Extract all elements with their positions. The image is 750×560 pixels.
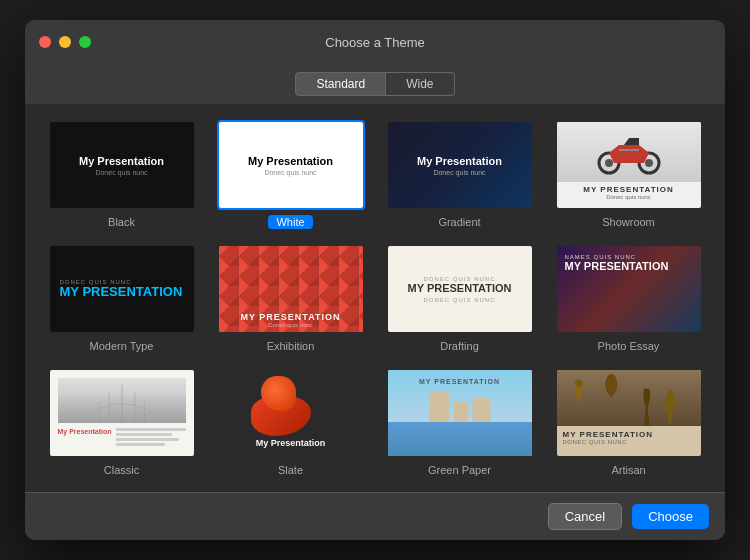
theme-exhibition[interactable]: MY PRESENTATION Donec quis nunc Exhibiti… [214, 244, 367, 352]
theme-gradient-label: Gradient [438, 216, 480, 228]
theme-artisan-thumbnail: MY PRESENTATION DONEC QUIS NUNC [555, 368, 703, 458]
theme-gradient-thumbnail: My Presentation Donec quis nunc [386, 120, 534, 210]
theme-green-paper[interactable]: MY PRESENTATION Green Paper [383, 368, 536, 476]
theme-artisan[interactable]: MY PRESENTATION DONEC QUIS NUNC Artisan [552, 368, 705, 476]
theme-classic[interactable]: My Presentation Classic [45, 368, 198, 476]
theme-green-paper-thumbnail: MY PRESENTATION [386, 368, 534, 458]
cancel-button[interactable]: Cancel [548, 503, 622, 530]
choose-button[interactable]: Choose [632, 504, 709, 529]
theme-modern-type-label: Modern Type [89, 340, 153, 352]
theme-white-thumbnail: My Presentation Donec quis nunc [217, 120, 365, 210]
theme-slate-thumbnail: My Presentation [217, 368, 365, 458]
tab-bar: Standard Wide [25, 64, 725, 104]
theme-modern-type-thumbnail: Donec quis nunc MY PRESENTATION [48, 244, 196, 334]
tab-standard[interactable]: Standard [295, 72, 386, 96]
theme-photo-essay-label: Photo Essay [598, 340, 660, 352]
theme-green-paper-label: Green Paper [428, 464, 491, 476]
svg-point-9 [574, 379, 581, 386]
theme-drafting-thumbnail: DONEC QUIS NUNC MY PRESENTATION Donec qu… [386, 244, 534, 334]
theme-showroom-thumbnail: MY PRESENTATION Donec quis nunc [555, 120, 703, 210]
theme-picker-window: Choose a Theme Standard Wide My Presenta… [25, 20, 725, 540]
theme-drafting-label: Drafting [440, 340, 479, 352]
theme-slate[interactable]: My Presentation Slate [214, 368, 367, 476]
theme-black-label: Black [108, 216, 135, 228]
themes-grid: My Presentation Donec quis nunc Black My… [45, 120, 705, 476]
footer: Cancel Choose [25, 492, 725, 540]
theme-photo-essay-thumbnail: NAMES QUIS NUNC MY PRESENTATION [555, 244, 703, 334]
theme-classic-label: Classic [104, 464, 139, 476]
theme-black-thumbnail: My Presentation Donec quis nunc [48, 120, 196, 210]
theme-white-badge: White [268, 215, 312, 229]
theme-modern-type[interactable]: Donec quis nunc MY PRESENTATION Modern T… [45, 244, 198, 352]
titlebar: Choose a Theme [25, 20, 725, 64]
theme-photo-essay[interactable]: NAMES QUIS NUNC MY PRESENTATION Photo Es… [552, 244, 705, 352]
theme-gradient[interactable]: My Presentation Donec quis nunc Gradient [383, 120, 536, 228]
traffic-lights [39, 36, 91, 48]
window-title: Choose a Theme [325, 35, 425, 50]
theme-exhibition-label: Exhibition [267, 340, 315, 352]
theme-black[interactable]: My Presentation Donec quis nunc Black [45, 120, 198, 228]
theme-artisan-label: Artisan [611, 464, 645, 476]
theme-white-label: White [268, 216, 312, 228]
close-button[interactable] [39, 36, 51, 48]
theme-classic-thumbnail: My Presentation [48, 368, 196, 458]
theme-exhibition-thumbnail: MY PRESENTATION Donec quis nunc [217, 244, 365, 334]
theme-slate-label: Slate [278, 464, 303, 476]
tab-wide[interactable]: Wide [386, 72, 454, 96]
theme-white[interactable]: My Presentation Donec quis nunc White [214, 120, 367, 228]
svg-point-3 [645, 159, 653, 167]
theme-drafting[interactable]: DONEC QUIS NUNC MY PRESENTATION Donec qu… [383, 244, 536, 352]
svg-point-2 [605, 159, 613, 167]
themes-content: My Presentation Donec quis nunc Black My… [25, 104, 725, 492]
minimize-button[interactable] [59, 36, 71, 48]
theme-showroom-label: Showroom [602, 216, 655, 228]
maximize-button[interactable] [79, 36, 91, 48]
theme-showroom[interactable]: MY PRESENTATION Donec quis nunc Showroom [552, 120, 705, 228]
